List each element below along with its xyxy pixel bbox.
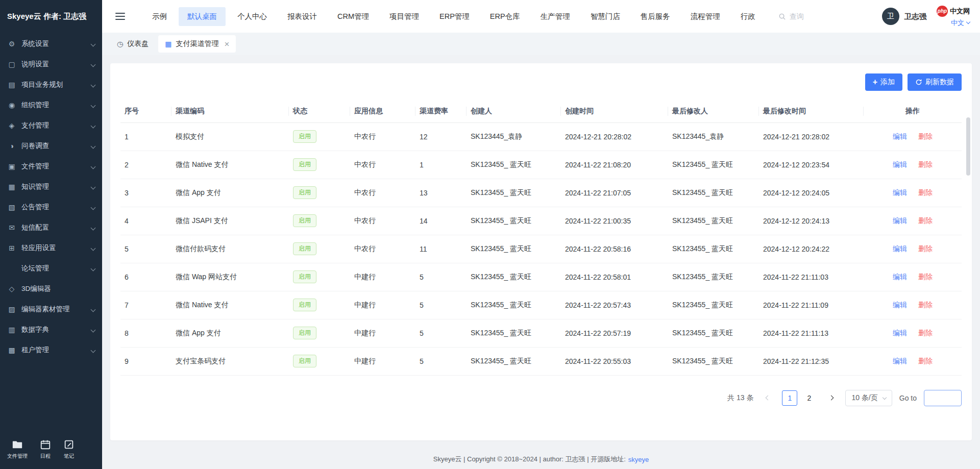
- top-nav-item[interactable]: 示例: [143, 7, 176, 26]
- top-nav-item[interactable]: 流程管理: [682, 7, 729, 26]
- site-logo[interactable]: php 中文网: [937, 6, 970, 17]
- top-nav-item[interactable]: 个人中心: [229, 7, 276, 26]
- edit-link[interactable]: 编辑: [893, 188, 907, 196]
- sidebar-item[interactable]: ▢说明设置: [0, 54, 102, 75]
- goto-page-input[interactable]: [924, 390, 962, 406]
- cell-created-time: 2024-11-22 20:57:19: [561, 319, 668, 347]
- cell-channel-code: 微信 App 支付: [172, 319, 289, 347]
- top-nav-item[interactable]: CRM管理: [329, 7, 378, 26]
- tab-item[interactable]: ◷仪表盘: [110, 35, 155, 53]
- cell-created-time: 2024-11-22 21:00:35: [561, 207, 668, 235]
- delete-link[interactable]: 删除: [918, 357, 933, 365]
- chevron-down-icon: [91, 41, 96, 46]
- edit-link[interactable]: 编辑: [893, 301, 907, 309]
- delete-link[interactable]: 删除: [918, 188, 933, 196]
- top-nav-item[interactable]: 默认桌面: [179, 7, 226, 26]
- delete-link[interactable]: 删除: [918, 216, 933, 225]
- top-nav-item[interactable]: ERP管理: [431, 7, 478, 26]
- knowledge-icon: ▦: [7, 183, 16, 191]
- sidebar-item-label: 公告管理: [21, 203, 49, 212]
- sidebar-item[interactable]: ✉短信配置: [0, 217, 102, 238]
- language-selector[interactable]: 中文: [951, 18, 970, 28]
- sidebar-item[interactable]: ▦知识管理: [0, 177, 102, 197]
- column-header: 创建时间: [561, 100, 668, 122]
- search-input[interactable]: [790, 12, 829, 20]
- top-nav-item[interactable]: 智慧门店: [582, 7, 629, 26]
- cell-modifier: SK123445_袁静: [668, 122, 759, 151]
- cell-modified-time: 2024-12-12 20:23:54: [759, 151, 864, 179]
- status-badge: 启用: [293, 327, 316, 339]
- cell-modifier: SK123455_ 蓝天旺: [668, 179, 759, 207]
- top-nav-item[interactable]: 行政: [732, 7, 764, 26]
- cube-icon: ◇: [7, 285, 16, 293]
- sidebar-item[interactable]: ▤项目业务规划: [0, 75, 102, 95]
- cell-app-info: 中农行: [350, 151, 415, 179]
- next-page-button[interactable]: [824, 391, 838, 405]
- cell-created-time: 2024-11-22 20:57:43: [561, 291, 668, 319]
- edit-link[interactable]: 编辑: [893, 357, 907, 365]
- sidebar-menu: ⚙系统设置▢说明设置▤项目业务规划◉组织管理◈支付管理◑问卷调查▣文件管理▦知识…: [0, 33, 102, 433]
- table-row: 9支付宝条码支付启用中建行5SK123455_ 蓝天旺2024-11-22 20…: [120, 347, 962, 375]
- sidebar-item[interactable]: ▣文件管理: [0, 156, 102, 177]
- prev-page-button[interactable]: [761, 391, 775, 405]
- search-icon: [778, 13, 786, 20]
- scrollbar-thumb[interactable]: [966, 117, 970, 176]
- refresh-button[interactable]: 刷新数据: [908, 73, 962, 91]
- folder-shortcut[interactable]: 文件管理: [7, 439, 28, 460]
- sidebar-item[interactable]: ▥数据字典: [0, 319, 102, 340]
- avatar[interactable]: 卫: [882, 8, 899, 25]
- delete-link[interactable]: 删除: [918, 301, 933, 309]
- sidebar-item[interactable]: ▧公告管理: [0, 197, 102, 217]
- edit-link[interactable]: 编辑: [893, 132, 907, 140]
- cell-creator: SK123455_ 蓝天旺: [467, 319, 561, 347]
- tab-item[interactable]: ▦支付渠道管理×: [158, 35, 236, 53]
- top-nav-item[interactable]: ERP仓库: [481, 7, 529, 26]
- sidebar: Skyeye云 作者: 卫志强 ⚙系统设置▢说明设置▤项目业务规划◉组织管理◈支…: [0, 0, 102, 469]
- sidebar-item[interactable]: ◈支付管理: [0, 115, 102, 136]
- page-size-select[interactable]: 10 条/页: [845, 390, 892, 406]
- cell-modified-time: 2024-11-22 21:11:03: [759, 263, 864, 291]
- sidebar-item[interactable]: ▩租户管理: [0, 340, 102, 360]
- footer-link[interactable]: skyeye: [628, 456, 649, 463]
- delete-link[interactable]: 删除: [918, 160, 933, 168]
- search-box: [778, 12, 829, 20]
- top-nav-item[interactable]: 生产管理: [532, 7, 579, 26]
- page-number-button[interactable]: 2: [801, 390, 817, 406]
- top-nav-item[interactable]: 项目管理: [381, 7, 428, 26]
- delete-link[interactable]: 删除: [918, 273, 933, 281]
- edit-link[interactable]: 编辑: [893, 244, 907, 253]
- top-nav-item[interactable]: 报表设计: [279, 7, 326, 26]
- edit-link[interactable]: 编辑: [893, 216, 907, 225]
- app-root: Skyeye云 作者: 卫志强 ⚙系统设置▢说明设置▤项目业务规划◉组织管理◈支…: [0, 0, 980, 469]
- cell-channel-code: 支付宝条码支付: [172, 347, 289, 375]
- note-shortcut[interactable]: 笔记: [63, 439, 75, 460]
- edit-link[interactable]: 编辑: [893, 160, 907, 168]
- close-icon[interactable]: ×: [224, 40, 229, 48]
- sidebar-item[interactable]: ⊞轻应用设置: [0, 238, 102, 258]
- sidebar-item[interactable]: ◇3D编辑器: [0, 279, 102, 299]
- edit-link[interactable]: 编辑: [893, 273, 907, 281]
- sidebar-item[interactable]: 论坛管理: [0, 258, 102, 279]
- delete-link[interactable]: 删除: [918, 329, 933, 337]
- add-button[interactable]: + 添加: [865, 73, 902, 91]
- top-nav-item[interactable]: 售后服务: [632, 7, 679, 26]
- user-area: 卫 卫志强 php 中文网 中文: [882, 6, 970, 28]
- sidebar-item[interactable]: ◉组织管理: [0, 95, 102, 115]
- cell-created-time: 2024-12-21 20:28:02: [561, 122, 668, 151]
- cell-app-info: 中农行: [350, 179, 415, 207]
- cell-modifier: SK123455_ 蓝天旺: [668, 235, 759, 263]
- sidebar-item[interactable]: ◑问卷调查: [0, 136, 102, 156]
- cell-channel-code: 微信付款码支付: [172, 235, 289, 263]
- calendar-shortcut[interactable]: 日程: [40, 439, 51, 460]
- delete-link[interactable]: 删除: [918, 132, 933, 140]
- cell-channel-code: 微信 Native 支付: [172, 151, 289, 179]
- menu-toggle-icon[interactable]: [115, 13, 125, 20]
- delete-link[interactable]: 删除: [918, 244, 933, 253]
- sidebar-item[interactable]: ⚙系统设置: [0, 34, 102, 54]
- page-number-button[interactable]: 1: [782, 390, 797, 406]
- sidebar-item[interactable]: ▨编辑器素材管理: [0, 299, 102, 319]
- chevron-down-icon: [91, 164, 96, 169]
- edit-link[interactable]: 编辑: [893, 329, 907, 337]
- user-name[interactable]: 卫志强: [904, 12, 927, 21]
- cell-app-info: 中农行: [350, 122, 415, 151]
